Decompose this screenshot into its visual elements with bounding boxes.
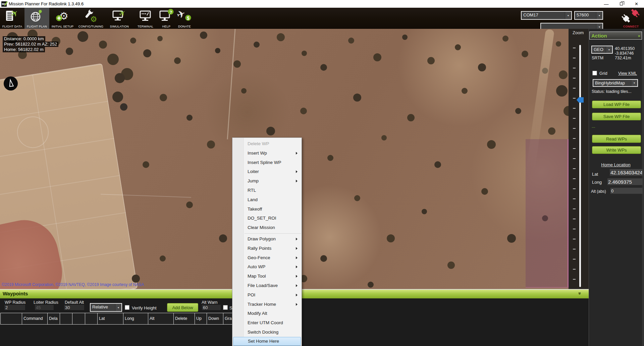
toolbar-item-label: DONATE [175,25,194,28]
spline-checkbox[interactable] [223,305,228,310]
initial-setup-icon: ⚙ [55,9,70,23]
wp-col-header[interactable] [60,313,72,324]
toolbar-item-initial-setup[interactable]: ⚙ INITIAL SETUP [49,8,76,29]
wp-col-header[interactable]: Command [22,313,48,324]
chevron-down-icon[interactable] [115,304,121,311]
toolbar-item-label: HELP [158,25,175,28]
home-long-label: Long [592,180,602,185]
chevron-down-icon[interactable] [631,80,637,86]
restore-button[interactable] [614,0,629,8]
zoom-slider-track[interactable] [579,45,581,287]
menu-item-do-set-roi[interactable]: DO_SET_ROI [232,214,302,223]
wp-col-header[interactable]: Up [195,313,207,324]
zoom-ticks [573,48,576,284]
donate-icon: ✈ $ [177,9,192,23]
zoom-slider-thumb[interactable] [577,97,584,103]
menu-item-auto-wp[interactable]: Auto WP [232,262,302,272]
menu-item-tracker-home[interactable]: Tracker Home [232,300,302,309]
minimize-button[interactable]: — [599,0,614,8]
com-port-value: COM17 [522,12,565,19]
menu-item-rtl[interactable]: RTL [232,186,302,195]
wp-radius-input[interactable] [4,304,25,310]
home-alt-input[interactable] [610,188,643,194]
toolbar-item-label: SIMULATION [106,25,133,28]
waypoints-title: Waypoints [3,291,28,296]
home-long-input[interactable] [607,178,643,185]
menu-item-jump[interactable]: Jump [232,176,302,186]
menu-item-draw-polygon[interactable]: Draw Polygon [232,234,302,244]
menu-item-insert-wp[interactable]: Insert Wp [232,149,302,158]
wp-col-header[interactable] [72,313,85,324]
menu-item-loiter[interactable]: Loiter [232,167,302,176]
menu-item-poi[interactable]: POI [232,290,302,300]
toolbar-item-simulation[interactable]: ✈ SIMULATION [106,8,133,29]
toolbar-item-label: TERMINAL [133,25,158,28]
wp-col-header[interactable]: Lat [98,313,123,324]
alt-frame-value: Relative [91,304,115,311]
menu-item-takeoff[interactable]: Takeoff [232,205,302,214]
menu-item-geo-fence[interactable]: Geo-Fence [232,253,302,263]
wp-col-header[interactable]: Down [207,313,223,324]
menu-item-modify-alt[interactable]: Modify Alt [232,309,302,318]
home-lat-input[interactable] [610,169,643,176]
grid-checkbox[interactable] [592,71,597,75]
action-panel-header[interactable]: Action » [589,32,642,40]
alt-warn-input[interactable] [202,304,221,310]
alt-frame-select[interactable]: Relative [90,303,122,312]
connect-plug-icon [621,8,641,24]
connect-button[interactable]: CONNECT [618,8,644,29]
toolbar-item-label: CONFIG/TUNING [76,25,106,28]
baud-rate-select[interactable]: 57600 [574,11,603,20]
menu-item-clear-mission[interactable]: Clear Mission [232,223,302,232]
collapse-chevron-icon[interactable]: » [638,33,642,38]
wp-col-header[interactable]: Delete [174,313,195,324]
compass-icon[interactable] [4,76,18,91]
loiter-radius-input[interactable] [35,304,54,310]
menu-item-rally-points[interactable]: Rally Points [232,244,302,253]
tile-status: Status: loading tiles... [592,89,632,94]
app-logo-icon: Mp [1,1,7,7]
cursor-latitude: 40.401350 [615,46,635,51]
chevron-down-icon[interactable] [596,12,602,19]
coord-format-value: GEO [592,46,606,53]
wp-col-header[interactable] [1,313,22,324]
menu-item-insert-spline-wp[interactable]: Insert Spline WP [232,158,302,167]
close-button[interactable]: × [629,0,644,8]
chevron-down-icon[interactable] [565,12,571,19]
menu-item-enter-utm-coord[interactable]: Enter UTM Coord [232,318,302,328]
action-scrollbar[interactable] [642,29,644,346]
load-wp-file-button[interactable]: Load WP File [592,101,641,108]
add-below-button[interactable]: Add Below [167,303,198,312]
wp-col-header[interactable] [85,313,98,324]
menu-item-switch-docking[interactable]: Switch Docking [232,328,302,337]
wp-col-header[interactable]: Alt [148,313,174,324]
wp-col-header[interactable]: Dela [48,313,60,324]
read-wps-button[interactable]: Read WPs [592,135,641,143]
map-info-overlay: Distance: 0.0000 km Prev: 561822.02 m AZ… [3,36,58,52]
menu-item-map-tool[interactable]: Map Tool [232,272,302,281]
verify-height-checkbox[interactable] [125,305,129,310]
save-wp-file-button[interactable]: Save WP File [592,113,641,120]
toolbar-item-flight-plan[interactable]: FLIGHT PLAN [24,8,49,29]
menu-item-set-home-here[interactable]: Set Home Here [233,337,301,346]
toolbar-item-flight-data[interactable]: ✈ FLIGHT DATA [0,8,24,29]
map-attribution: ©2019 Microsoft Corporation, ©2019 NAVTE… [2,282,144,287]
view-kml-link[interactable]: View KML [618,71,637,76]
coord-format-select[interactable]: GEO [591,46,613,54]
toolbar-item-label: INITIAL SETUP [49,25,76,28]
com-port-select[interactable]: COM17 [521,11,572,20]
wp-col-header[interactable]: Long [123,313,148,324]
menu-item-file-load-save[interactable]: File Load/Save [232,281,302,290]
toolbar-item-terminal[interactable]: TERMINAL [133,8,158,29]
map-provider-select[interactable]: BingHybridMap [593,79,638,87]
toolbar-item-help[interactable]: ? HELP [158,8,175,29]
collapse-chevron-icon[interactable]: » [577,292,583,294]
toolbar-item-config-tuning[interactable]: ⚙ CONFIG/TUNING [76,8,106,29]
restore-icon [620,2,623,5]
default-alt-input[interactable] [64,304,85,310]
menu-item-land[interactable]: Land [232,195,302,205]
write-wps-button[interactable]: Write WPs [592,146,641,154]
toolbar-item-donate[interactable]: ✈ $ DONATE [175,8,194,29]
chevron-down-icon[interactable] [606,46,612,53]
default-alt-label: Default Alt [65,300,84,305]
